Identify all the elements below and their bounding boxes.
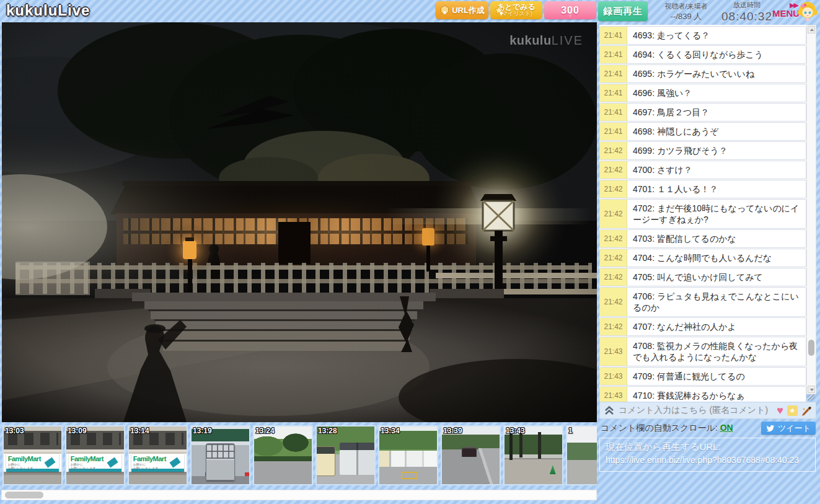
comment-brush-icon[interactable]	[801, 405, 812, 416]
chat-message-row: 21:42 4702: まだ午後10時にもなってないのにイージーすぎねぇか?	[599, 199, 806, 229]
airtime-stats: 放送時間 08:40:32	[721, 1, 772, 24]
video-thumbnail[interactable]: 13:34	[378, 425, 438, 485]
video-thumbnail[interactable]: FamilyMart お静かに お願いいたします 13:14	[128, 425, 188, 485]
chat-message-text: 4697: 鳥居２つ目？	[627, 104, 806, 121]
thumbnail-timestamp: 13:14	[130, 427, 149, 435]
autoscroll-toggle[interactable]: ON	[720, 423, 733, 433]
chat-message-time: 21:41	[600, 104, 627, 121]
chat-message-text: 4707: なんだ神社の人かよ	[627, 318, 806, 335]
chat-message-row: 21:43 4709: 何普通に観光してるの	[599, 367, 806, 386]
chat-message-time: 21:43	[600, 387, 627, 402]
playback-url-box: 現在位置から再生するURL: https://live.erinn.biz/li…	[599, 438, 816, 472]
scroll-up-icon[interactable]	[808, 26, 815, 33]
comment-star-icon[interactable]: ★	[787, 405, 798, 416]
sign-brand-text: FamilyMart	[71, 455, 120, 462]
video-thumbnail[interactable]: 13:39	[441, 425, 501, 485]
heart-count-button[interactable]: ♥ 300	[544, 1, 596, 19]
chat-message-text: 4704: こんな時間でも人いるんだな	[627, 249, 806, 267]
video-thumbnail[interactable]: 13:24	[253, 425, 313, 485]
autoscroll-setting: コメント欄の自動スクロール: ON	[601, 423, 733, 434]
tweet-label: ツイート	[778, 423, 811, 434]
video-thumbnail[interactable]: 13:19	[190, 425, 250, 485]
chat-message-row: 21:41 4694: くるくる回りながら歩こう	[599, 45, 806, 64]
sign-sub-text: お静かに お願いいたします	[8, 462, 58, 471]
video-thumbnail[interactable]: FamilyMart お静かに お願いいたします 13:03	[2, 425, 63, 485]
chat-message-time: 21:41	[600, 65, 627, 82]
autoscroll-label: コメント欄の自動スクロール:	[601, 423, 720, 433]
familymart-sign: FamilyMart お静かに お願いいたします	[69, 454, 122, 472]
chat-scrollbar[interactable]	[806, 25, 816, 394]
thumbnail-timestamp: 13:39	[443, 427, 462, 435]
chat-message-text: 4708: 監視カメラの性能良くなったから夜でも入れるようになったんかな	[627, 337, 806, 366]
comment-heart-icon[interactable]: ♥	[777, 405, 783, 416]
chat-message-time: 21:42	[600, 161, 627, 179]
chat-message-time: 21:43	[600, 368, 627, 385]
chat-message-list: 21:41 4693: 走ってくる？ 21:41 4694: くるくる回りながら…	[599, 25, 806, 402]
comment-input[interactable]: コメント入力はこちら (匿名コメント) ♥ ★	[599, 402, 816, 419]
thumbnail-scrollbar-thumb[interactable]	[5, 492, 43, 498]
star-plus-icon	[494, 6, 504, 15]
chat-message-text: 4694: くるくる回りながら歩こう	[627, 46, 806, 63]
chat-message-row: 21:41 4698: 神隠しにあうぞ	[599, 122, 806, 141]
chat-message-time: 21:41	[600, 123, 627, 140]
video-thumbnail[interactable]: 13:43	[503, 425, 563, 485]
familymart-sign: FamilyMart お静かに お願いいたします	[6, 454, 60, 472]
chat-message-time: 21:42	[600, 230, 627, 247]
chat-message-time: 21:42	[600, 180, 627, 198]
scroll-down-icon[interactable]	[808, 386, 815, 393]
chat-message-row: 21:43 4710: 賽銭泥棒おるからなぁ	[599, 386, 806, 402]
sign-sub-text: お静かに お願いいたします	[71, 462, 120, 471]
thumbnail-timestamp: 13:43	[506, 427, 525, 435]
video-thumbnail[interactable]: 13:28	[315, 425, 376, 485]
sign-brand-text: FamilyMart	[133, 455, 183, 462]
thumbnail-timestamp: 13:28	[318, 427, 337, 435]
chat-message-text: 4710: 賽銭泥棒おるからなぁ	[627, 387, 806, 402]
chat-message-text: 4698: 神隠しにあうぞ	[627, 123, 806, 140]
chat-scrollbar-thumb[interactable]	[808, 340, 814, 356]
chat-message-text: 4703: 皆配信してるのかな	[627, 230, 806, 247]
menu-button[interactable]: ▶▶ MENU	[772, 2, 798, 18]
chat-message-time: 21:42	[600, 268, 627, 286]
chat-message-time: 21:43	[600, 337, 627, 366]
chat-message-time: 21:42	[600, 200, 627, 228]
chat-message-text: 4693: 走ってくる？	[627, 27, 806, 44]
thumbnail-timestamp: 13:34	[381, 427, 400, 435]
airtime-label: 放送時間	[721, 1, 772, 10]
viewers-label: 視聴者/来場者	[651, 2, 721, 11]
thumbnail-timestamp: 13:24	[255, 427, 275, 435]
recorded-playback-button[interactable]: 録画再生	[598, 1, 648, 21]
watch-later-button[interactable]: あとでみる (マイリスト)	[490, 1, 542, 19]
chat-message-row: 21:41 4693: 走ってくる？	[599, 26, 806, 45]
playback-url-label: 現在位置から再生するURL:	[606, 441, 809, 453]
url-create-button[interactable]: URL作成	[436, 1, 488, 19]
chat-message-row: 21:42 4700: さすけ？	[599, 161, 806, 179]
chat-message-text: 4701: １１人いる！？	[627, 180, 806, 198]
familymart-sign: FamilyMart お静かに お願いいたします	[131, 454, 185, 472]
video-thumbnail[interactable]: 1	[566, 425, 597, 485]
tweet-button[interactable]: ツイート	[761, 422, 816, 435]
chat-message-text: 4705: 叫んで追いかけ回してみて	[627, 268, 806, 286]
chat-message-time: 21:41	[600, 46, 627, 63]
chat-message-text: 4700: さすけ？	[627, 161, 806, 179]
chat-message-time: 21:42	[600, 318, 627, 335]
site-logo[interactable]: kukuluLive	[6, 2, 90, 19]
chat-message-text: 4696: 風強い？	[627, 84, 806, 102]
video-thumbnail[interactable]: FamilyMart お静かに お願いいたします 13:09	[65, 425, 125, 485]
playback-url-value: https://live.erinn.biz/live.php?h8036768…	[606, 455, 809, 465]
thumbnail-timestamp: 1	[568, 427, 573, 435]
thumbnail-scrollbar[interactable]	[1, 490, 597, 500]
chat-resize-grip[interactable]	[808, 394, 815, 400]
chat-message-row: 21:43 4708: 監視カメラの性能良くなったから夜でも入れるようになったん…	[599, 337, 806, 366]
comment-placeholder: コメント入力はこちら (匿名コメント)	[619, 405, 773, 416]
live-video-player[interactable]: kukuluLIVE	[2, 22, 597, 422]
chat-message-row: 21:42 4705: 叫んで追いかけ回してみて	[599, 268, 806, 286]
chat-message-row: 21:42 4699: カツラ飛びそう？	[599, 141, 806, 160]
chat-message-row: 21:42 4701: １１人いる！？	[599, 180, 806, 198]
chat-message-text: 4699: カツラ飛びそう？	[627, 142, 806, 159]
mascot-avatar[interactable]	[797, 1, 818, 22]
chat-message-row: 21:42 4704: こんな時間でも人いるんだな	[599, 249, 806, 267]
url-create-label: URL作成	[452, 5, 485, 16]
chevron-up-icon	[604, 405, 615, 416]
video-watermark: kukuluLIVE	[509, 33, 583, 48]
viewer-stats: 視聴者/来場者 --/839 人	[651, 2, 721, 22]
